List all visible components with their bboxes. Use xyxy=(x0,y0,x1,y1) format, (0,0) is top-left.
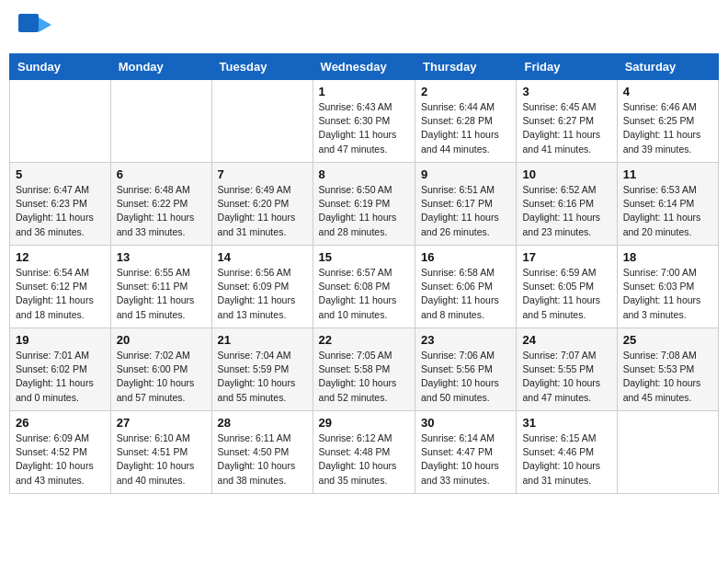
day-number: 12 xyxy=(16,250,105,264)
day-info: Sunrise: 6:49 AM Sunset: 6:20 PM Dayligh… xyxy=(218,183,307,239)
calendar-cell xyxy=(617,411,718,494)
day-number: 2 xyxy=(421,85,510,98)
calendar-cell xyxy=(110,80,211,163)
day-info: Sunrise: 6:45 AM Sunset: 6:27 PM Dayligh… xyxy=(522,100,610,156)
calendar-cell: 10Sunrise: 6:52 AM Sunset: 6:16 PM Dayli… xyxy=(517,163,617,246)
weekday-header-monday: Monday xyxy=(110,54,211,80)
day-info: Sunrise: 7:05 AM Sunset: 5:58 PM Dayligh… xyxy=(319,349,409,405)
day-number: 30 xyxy=(421,416,510,430)
day-number: 29 xyxy=(319,416,409,430)
day-info: Sunrise: 6:46 AM Sunset: 6:25 PM Dayligh… xyxy=(623,100,712,156)
calendar-week-2: 5Sunrise: 6:47 AM Sunset: 6:23 PM Daylig… xyxy=(10,163,719,246)
day-number: 26 xyxy=(16,416,105,430)
calendar-cell: 25Sunrise: 7:08 AM Sunset: 5:53 PM Dayli… xyxy=(617,328,718,411)
calendar-cell: 14Sunrise: 6:56 AM Sunset: 6:09 PM Dayli… xyxy=(211,246,313,328)
day-number: 21 xyxy=(218,333,307,347)
day-number: 16 xyxy=(421,250,510,264)
day-number: 11 xyxy=(623,167,712,181)
day-info: Sunrise: 7:02 AM Sunset: 6:00 PM Dayligh… xyxy=(117,349,206,405)
calendar-cell: 11Sunrise: 6:53 AM Sunset: 6:14 PM Dayli… xyxy=(617,163,718,246)
logo xyxy=(18,14,55,40)
day-info: Sunrise: 6:43 AM Sunset: 6:30 PM Dayligh… xyxy=(319,100,409,156)
calendar-cell: 13Sunrise: 6:55 AM Sunset: 6:11 PM Dayli… xyxy=(110,246,211,328)
day-info: Sunrise: 6:59 AM Sunset: 6:05 PM Dayligh… xyxy=(522,266,610,322)
day-info: Sunrise: 6:54 AM Sunset: 6:12 PM Dayligh… xyxy=(16,266,105,322)
day-info: Sunrise: 6:52 AM Sunset: 6:16 PM Dayligh… xyxy=(522,183,610,239)
calendar-cell: 24Sunrise: 7:07 AM Sunset: 5:55 PM Dayli… xyxy=(517,328,617,411)
calendar-cell: 28Sunrise: 6:11 AM Sunset: 4:50 PM Dayli… xyxy=(211,411,313,494)
day-number: 25 xyxy=(623,333,712,347)
calendar-cell: 21Sunrise: 7:04 AM Sunset: 5:59 PM Dayli… xyxy=(211,328,313,411)
day-number: 31 xyxy=(522,416,610,430)
day-info: Sunrise: 7:08 AM Sunset: 5:53 PM Dayligh… xyxy=(623,349,712,405)
calendar-cell: 1Sunrise: 6:43 AM Sunset: 6:30 PM Daylig… xyxy=(313,80,415,163)
day-number: 17 xyxy=(522,250,610,264)
day-number: 5 xyxy=(16,167,105,181)
day-info: Sunrise: 6:09 AM Sunset: 4:52 PM Dayligh… xyxy=(16,431,105,488)
day-number: 22 xyxy=(319,333,409,347)
calendar-cell: 19Sunrise: 7:01 AM Sunset: 6:02 PM Dayli… xyxy=(10,328,111,411)
calendar-cell: 16Sunrise: 6:58 AM Sunset: 6:06 PM Dayli… xyxy=(415,246,517,328)
day-info: Sunrise: 6:12 AM Sunset: 4:48 PM Dayligh… xyxy=(319,431,409,488)
day-info: Sunrise: 6:58 AM Sunset: 6:06 PM Dayligh… xyxy=(421,266,510,322)
day-number: 10 xyxy=(522,167,610,181)
calendar-week-5: 26Sunrise: 6:09 AM Sunset: 4:52 PM Dayli… xyxy=(10,411,719,494)
calendar-cell: 29Sunrise: 6:12 AM Sunset: 4:48 PM Dayli… xyxy=(313,411,415,494)
day-number: 23 xyxy=(421,333,510,347)
calendar-cell: 23Sunrise: 7:06 AM Sunset: 5:56 PM Dayli… xyxy=(415,328,517,411)
day-info: Sunrise: 6:50 AM Sunset: 6:19 PM Dayligh… xyxy=(319,183,409,239)
calendar-cell: 5Sunrise: 6:47 AM Sunset: 6:23 PM Daylig… xyxy=(10,163,111,246)
calendar-cell: 30Sunrise: 6:14 AM Sunset: 4:47 PM Dayli… xyxy=(415,411,517,494)
calendar-cell: 27Sunrise: 6:10 AM Sunset: 4:51 PM Dayli… xyxy=(110,411,211,494)
weekday-header-row: SundayMondayTuesdayWednesdayThursdayFrid… xyxy=(10,54,719,80)
calendar-cell: 22Sunrise: 7:05 AM Sunset: 5:58 PM Dayli… xyxy=(313,328,415,411)
day-info: Sunrise: 6:56 AM Sunset: 6:09 PM Dayligh… xyxy=(218,266,307,322)
day-info: Sunrise: 7:01 AM Sunset: 6:02 PM Dayligh… xyxy=(16,349,105,405)
day-number: 3 xyxy=(522,85,610,98)
day-number: 24 xyxy=(522,333,610,347)
day-number: 1 xyxy=(319,85,409,98)
calendar-week-1: 1Sunrise: 6:43 AM Sunset: 6:30 PM Daylig… xyxy=(10,80,719,163)
day-info: Sunrise: 6:10 AM Sunset: 4:51 PM Dayligh… xyxy=(117,431,206,488)
day-number: 7 xyxy=(218,167,307,181)
calendar-cell: 17Sunrise: 6:59 AM Sunset: 6:05 PM Dayli… xyxy=(517,246,617,328)
day-info: Sunrise: 6:51 AM Sunset: 6:17 PM Dayligh… xyxy=(421,183,510,239)
calendar-cell: 8Sunrise: 6:50 AM Sunset: 6:19 PM Daylig… xyxy=(313,163,415,246)
day-number: 8 xyxy=(319,167,409,181)
calendar-cell xyxy=(10,80,111,163)
weekday-header-sunday: Sunday xyxy=(10,54,111,80)
calendar-cell: 20Sunrise: 7:02 AM Sunset: 6:00 PM Dayli… xyxy=(110,328,211,411)
svg-rect-0 xyxy=(18,14,39,32)
calendar-week-4: 19Sunrise: 7:01 AM Sunset: 6:02 PM Dayli… xyxy=(10,328,719,411)
day-number: 13 xyxy=(117,250,206,264)
weekday-header-saturday: Saturday xyxy=(617,54,718,80)
day-number: 18 xyxy=(623,250,712,264)
calendar-cell: 4Sunrise: 6:46 AM Sunset: 6:25 PM Daylig… xyxy=(617,80,718,163)
day-number: 6 xyxy=(117,167,206,181)
day-info: Sunrise: 7:04 AM Sunset: 5:59 PM Dayligh… xyxy=(218,349,307,405)
weekday-header-wednesday: Wednesday xyxy=(313,54,415,80)
calendar-cell: 9Sunrise: 6:51 AM Sunset: 6:17 PM Daylig… xyxy=(415,163,517,246)
calendar-table: SundayMondayTuesdayWednesdayThursdayFrid… xyxy=(9,53,719,494)
page-header xyxy=(9,9,719,44)
calendar-cell: 31Sunrise: 6:15 AM Sunset: 4:46 PM Dayli… xyxy=(517,411,617,494)
day-number: 15 xyxy=(319,250,409,264)
day-info: Sunrise: 6:57 AM Sunset: 6:08 PM Dayligh… xyxy=(319,266,409,322)
day-number: 27 xyxy=(117,416,206,430)
day-info: Sunrise: 6:11 AM Sunset: 4:50 PM Dayligh… xyxy=(218,431,307,488)
calendar-cell: 7Sunrise: 6:49 AM Sunset: 6:20 PM Daylig… xyxy=(211,163,313,246)
calendar-cell: 2Sunrise: 6:44 AM Sunset: 6:28 PM Daylig… xyxy=(415,80,517,163)
day-number: 19 xyxy=(16,333,105,347)
day-info: Sunrise: 6:53 AM Sunset: 6:14 PM Dayligh… xyxy=(623,183,712,239)
svg-marker-1 xyxy=(39,17,51,32)
day-info: Sunrise: 7:06 AM Sunset: 5:56 PM Dayligh… xyxy=(421,349,510,405)
calendar-cell: 18Sunrise: 7:00 AM Sunset: 6:03 PM Dayli… xyxy=(617,246,718,328)
calendar-cell: 26Sunrise: 6:09 AM Sunset: 4:52 PM Dayli… xyxy=(10,411,111,494)
day-info: Sunrise: 6:15 AM Sunset: 4:46 PM Dayligh… xyxy=(522,431,610,488)
day-info: Sunrise: 6:48 AM Sunset: 6:22 PM Dayligh… xyxy=(117,183,206,239)
day-number: 28 xyxy=(218,416,307,430)
day-info: Sunrise: 6:14 AM Sunset: 4:47 PM Dayligh… xyxy=(421,431,510,488)
day-number: 9 xyxy=(421,167,510,181)
day-info: Sunrise: 7:00 AM Sunset: 6:03 PM Dayligh… xyxy=(623,266,712,322)
calendar-week-3: 12Sunrise: 6:54 AM Sunset: 6:12 PM Dayli… xyxy=(10,246,719,328)
